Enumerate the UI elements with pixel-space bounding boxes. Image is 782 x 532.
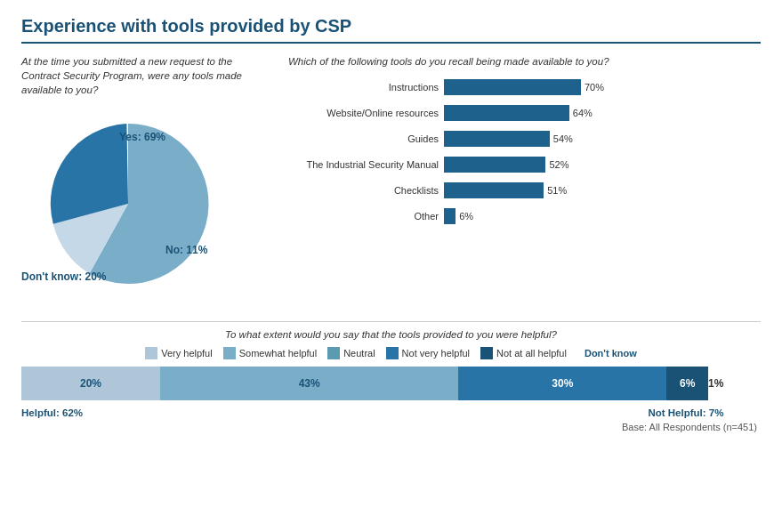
bar-row: Website/Online resources64% (288, 103, 761, 123)
bar-fill (444, 105, 569, 121)
legend-color-box (480, 347, 493, 359)
helpful-label: Helpful: 62% (21, 407, 83, 418)
bar-pct: 52% (549, 159, 568, 170)
bar-row: Guides54% (288, 129, 761, 149)
stacked-bar-wrapper: 20%43%30%6%1% (21, 367, 761, 406)
stacked-segment: 30% (458, 367, 666, 400)
legend-item: Neutral (327, 347, 375, 359)
left-panel: At the time you submitted a new request … (21, 54, 270, 312)
legend-label: Very helpful (161, 348, 212, 359)
legend-label: Not at all helpful (496, 348, 567, 359)
bar-label: Instructions (288, 82, 444, 93)
left-question: At the time you submitted a new request … (21, 54, 270, 97)
dontknow-segment: 1% (708, 367, 723, 400)
page-container: Experience with tools provided by CSP At… (0, 0, 782, 532)
stacked-bar: 20%43%30%6%1% (21, 367, 723, 400)
bottom-section: To what extent would you say that the to… (21, 321, 761, 432)
bar-fill (444, 157, 545, 173)
legend-dontknow: Don't know (584, 348, 637, 359)
legend-item: Somewhat helpful (223, 347, 317, 359)
bar-row: The Industrial Security Manual52% (288, 155, 761, 174)
bar-label: Checklists (288, 185, 444, 196)
bar-pct: 64% (573, 108, 593, 118)
bar-track: 70% (444, 79, 761, 95)
bar-track: 64% (444, 105, 761, 121)
bar-pct: 6% (459, 211, 473, 222)
bar-label: Guides (288, 133, 444, 144)
bar-fill (444, 79, 581, 95)
right-panel: Which of the following tools do you reca… (270, 54, 761, 312)
legend-label: Neutral (343, 348, 375, 359)
top-section: At the time you submitted a new request … (21, 54, 761, 312)
pie-dontknow-label: Don't know: 20% (21, 270, 107, 283)
bottom-labels: Helpful: 62% Not Helpful: 7% (21, 407, 723, 418)
legend-item: Not very helpful (386, 347, 470, 359)
bar-row: Other6% (288, 206, 761, 226)
stacked-segment: 20% (21, 367, 160, 400)
bar-pct: 70% (584, 82, 604, 93)
legend-color-box (327, 347, 340, 359)
bar-row: Instructions70% (288, 77, 761, 97)
bar-track: 6% (444, 208, 761, 224)
bar-row: Checklists51% (288, 181, 761, 200)
bar-label: The Industrial Security Manual (288, 159, 444, 170)
bar-track: 54% (444, 131, 761, 147)
page-title: Experience with tools provided by CSP (21, 16, 761, 44)
bar-fill (444, 131, 550, 147)
stacked-segment: 43% (160, 367, 458, 400)
right-question: Which of the following tools do you reca… (288, 54, 761, 69)
base-text: Base: All Respondents (n=451) (21, 422, 761, 432)
legend-label: Not very helpful (402, 348, 470, 359)
legend-row: Very helpfulSomewhat helpfulNeutralNot v… (21, 347, 761, 359)
pie-yes-label: Yes: 69% (119, 131, 165, 143)
bar-track: 52% (444, 157, 761, 173)
bottom-question: To what extent would you say that the to… (21, 329, 761, 340)
bar-pct: 54% (553, 133, 573, 144)
not-helpful-label: Not Helpful: 7% (648, 407, 723, 418)
bar-label: Website/Online resources (288, 108, 444, 118)
bar-chart: Instructions70%Website/Online resources6… (288, 77, 761, 226)
bar-label: Other (288, 211, 444, 222)
bar-fill (444, 208, 455, 224)
stacked-segment: 6% (666, 367, 708, 400)
pie-chart-wrapper: Yes: 69% No: 11% Don't know: 20% (21, 106, 235, 302)
bar-fill (444, 182, 544, 198)
bar-pct: 51% (547, 185, 567, 196)
legend-color-box (145, 347, 157, 359)
legend-color-box (386, 347, 399, 359)
legend-item: Very helpful (145, 347, 212, 359)
legend-color-box (223, 347, 236, 359)
legend-item: Not at all helpful (480, 347, 567, 359)
legend-label: Somewhat helpful (239, 348, 317, 359)
bar-track: 51% (444, 182, 761, 198)
pie-no-label: No: 11% (165, 244, 207, 256)
